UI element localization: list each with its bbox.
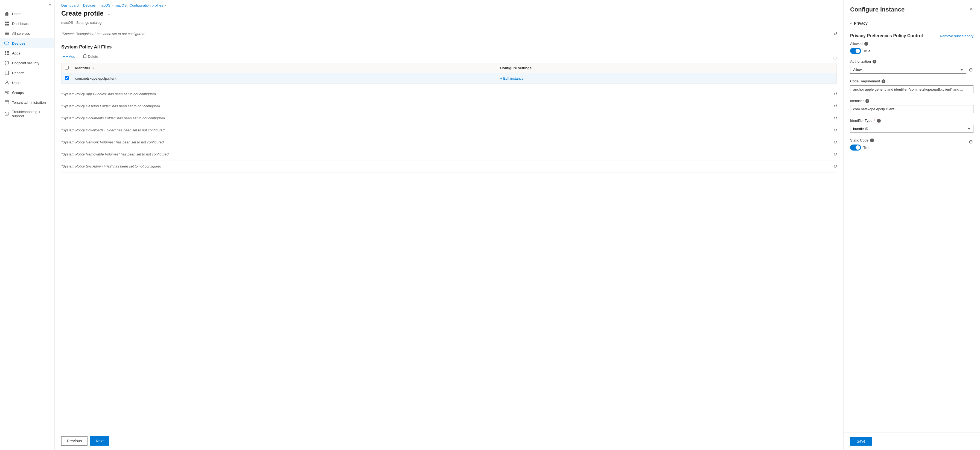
config-panel-header: Configure instance × (843, 0, 980, 18)
policy-section-reset-icon[interactable]: ⊖ (833, 55, 837, 61)
reset-icon[interactable]: ↺ (833, 164, 837, 169)
all-services-icon (5, 31, 9, 36)
policy-section-title: System Policy All Files (61, 44, 837, 50)
code-requirement-input[interactable] (850, 85, 974, 93)
reset-icon[interactable]: ↺ (833, 91, 837, 97)
authorization-select[interactable]: Allow Deny AllowStandardUserToSetSystemS… (850, 66, 966, 73)
breadcrumb-devices-macos[interactable]: Devices | macOS (83, 3, 110, 7)
sidebar-item-troubleshooting[interactable]: Troubleshooting + support (0, 107, 54, 120)
breadcrumb-sep-3: › (165, 3, 166, 7)
static-code-toggle-value: True (863, 145, 870, 150)
delete-button[interactable]: Delete (81, 53, 100, 60)
page-header: Create profile ... (55, 8, 843, 21)
policy-table: Identifier ℹ Configure settings (61, 63, 837, 84)
row-checkbox[interactable] (65, 76, 68, 80)
svg-point-18 (6, 81, 8, 82)
identifier-info-icon[interactable]: ℹ (92, 67, 94, 70)
save-button[interactable]: Save (850, 437, 872, 445)
breadcrumb-sep-1: › (80, 3, 81, 7)
svg-rect-3 (7, 24, 9, 26)
svg-rect-12 (5, 54, 6, 55)
sidebar-item-devices[interactable]: Devices (0, 38, 54, 48)
svg-point-27 (6, 115, 7, 115)
config-panel-title: Configure instance (850, 6, 905, 13)
sidebar: « Home Dashboard All services Devices Ap… (0, 0, 55, 450)
sidebar-item-users[interactable]: Users (0, 78, 54, 88)
sidebar-item-label: All services (12, 32, 30, 35)
identifier-info-icon2[interactable]: i (865, 99, 869, 103)
reset-icon[interactable]: ↺ (833, 128, 837, 133)
reset-icon[interactable]: ↺ (833, 104, 837, 109)
reset-icon[interactable]: ↺ (833, 152, 837, 157)
svg-point-20 (7, 91, 8, 93)
speech-recognition-reset-icon[interactable]: ↺ (833, 31, 837, 37)
previous-button[interactable]: Previous (61, 436, 88, 445)
reset-icon[interactable]: ↺ (833, 140, 837, 145)
sidebar-item-label: Endpoint security (12, 61, 40, 65)
sidebar-item-dashboard[interactable]: Dashboard (0, 19, 54, 29)
svg-rect-28 (83, 55, 86, 58)
sidebar-item-all-services[interactable]: All services (0, 29, 54, 38)
identifier-type-select[interactable]: bundle ID path (850, 125, 974, 133)
sidebar-item-reports[interactable]: Reports (0, 68, 54, 78)
close-panel-button[interactable]: × (968, 5, 974, 13)
sidebar-item-label: Apps (12, 51, 20, 55)
authorization-field-group: Authorization i Allow Deny AllowStandard… (850, 59, 974, 73)
edit-instance-link[interactable]: + Edit instance (500, 77, 523, 80)
reset-icon[interactable]: ↺ (833, 115, 837, 121)
identifier-type-label: Identifier Type * i (850, 118, 974, 123)
sidebar-item-label: Home (12, 12, 22, 16)
config-footer: Save (843, 432, 980, 450)
breadcrumb-dashboard[interactable]: Dashboard (61, 3, 79, 7)
sidebar-item-groups[interactable]: Groups (0, 88, 54, 97)
speech-recognition-item: "Speech Recognition" has been set to not… (61, 28, 837, 40)
sidebar-item-home[interactable]: Home (0, 9, 54, 19)
page-title: Create profile (61, 10, 103, 17)
static-code-toggle[interactable] (850, 145, 861, 150)
table-header-checkbox (62, 63, 72, 73)
select-all-checkbox[interactable] (65, 66, 68, 70)
add-button[interactable]: + + Add (61, 53, 77, 60)
allowed-info-icon[interactable]: i (864, 42, 868, 46)
sidebar-item-endpoint-security[interactable]: Endpoint security (0, 58, 54, 68)
breadcrumb-config-profiles[interactable]: macOS | Configuration profiles (115, 3, 163, 7)
authorization-info-icon[interactable]: i (873, 60, 877, 64)
identifier-field-label: Identifier i (850, 99, 974, 103)
code-requirement-info-icon[interactable]: i (881, 80, 885, 83)
svg-rect-0 (5, 22, 6, 23)
sidebar-item-label: Troubleshooting + support (12, 110, 50, 118)
next-button[interactable]: Next (90, 436, 109, 445)
devices-icon (5, 41, 9, 46)
sidebar-item-tenant-admin[interactable]: Tenant administration (0, 97, 54, 107)
table-header-identifier: Identifier ℹ (72, 63, 497, 73)
not-configured-item: "System Policy Sys Admin Files" has been… (61, 160, 837, 172)
not-configured-item: "System Policy Downloads Folder" has bee… (61, 124, 837, 136)
row-identifier-value: com.netskope.epdlp.client (75, 77, 116, 80)
row-identifier-cell: com.netskope.epdlp.client (72, 73, 497, 84)
not-configured-item: "System Policy Documents Folder" has bee… (61, 112, 837, 124)
static-code-toggle-row: True (850, 145, 874, 150)
sidebar-item-apps[interactable]: Apps (0, 48, 54, 58)
dashboard-icon (5, 21, 9, 26)
add-icon: + (63, 54, 65, 59)
allowed-toggle[interactable] (850, 48, 861, 54)
users-icon (5, 80, 9, 85)
table-header-configure: Configure settings (497, 63, 837, 73)
not-configured-item: "System Policy Desktop Folder" has been … (61, 100, 837, 112)
allowed-toggle-value: True (863, 49, 870, 53)
svg-rect-2 (5, 24, 6, 26)
sidebar-collapse-button[interactable]: « (0, 0, 54, 9)
static-code-label: Static Code i (850, 138, 874, 142)
allowed-toggle-row: True (850, 48, 974, 54)
authorization-remove-button[interactable]: ⊖ (968, 66, 974, 73)
sidebar-item-label: Reports (12, 71, 25, 75)
remove-subcategory-link[interactable]: Remove subcategory (940, 34, 974, 38)
page-more-button[interactable]: ... (107, 11, 110, 16)
static-code-remove-button[interactable]: ⊖ (968, 138, 974, 145)
identifier-input[interactable] (850, 105, 974, 113)
allowed-label: Allowed i (850, 41, 974, 46)
static-code-info-icon[interactable]: i (870, 139, 874, 142)
svg-rect-11 (7, 51, 9, 53)
identifier-type-info-icon[interactable]: i (877, 119, 881, 123)
privacy-chevron-icon[interactable]: ▾ (850, 22, 852, 25)
